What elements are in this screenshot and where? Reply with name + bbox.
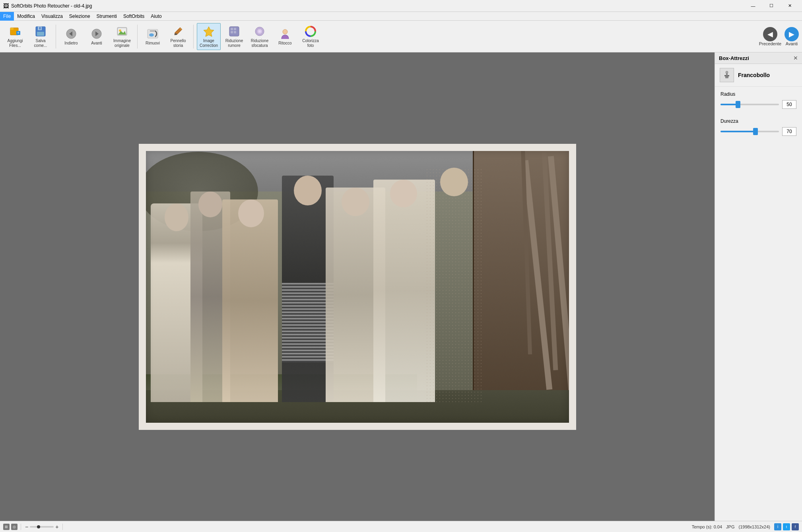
menu-modifica[interactable]: Modifica <box>14 12 38 21</box>
radius-slider-row: 50 <box>720 100 796 109</box>
blur-reduction-icon <box>253 25 266 38</box>
zoom-thumb[interactable] <box>37 525 40 528</box>
svg-text:+: + <box>17 31 19 35</box>
toolbar-riduzione-sfocatura-button[interactable]: Riduzionesfocatura <box>248 23 272 50</box>
toolbar-riduzione-rumore-button[interactable]: Riduzionerumore <box>222 23 246 50</box>
tools-panel: Box-Attrezzi ✕ Francobollo Radius <box>715 52 802 521</box>
riduzione-rumore-label: Riduzionerumore <box>225 39 243 48</box>
tools-header-label: Box-Attrezzi <box>719 55 749 61</box>
toolbar-pennello-button[interactable]: Pennellostoria <box>166 23 190 50</box>
riduzione-sfocatura-label: Riduzionesfocatura <box>251 39 268 48</box>
svg-rect-6 <box>37 32 44 36</box>
svg-point-17 <box>149 33 154 37</box>
svg-rect-23 <box>231 31 233 33</box>
radius-section: Radius 50 <box>715 87 802 114</box>
toolbar-separator-3 <box>193 25 194 48</box>
noise-reduction-icon <box>228 25 241 38</box>
image-correction-label: ImageCorrection <box>200 39 218 48</box>
immagine-label: Immagineoriginale <box>113 39 131 48</box>
svg-rect-7 <box>39 27 41 29</box>
menu-selezione[interactable]: Selezione <box>66 12 93 21</box>
salva-label: Salvacome... <box>34 39 47 48</box>
minimize-button[interactable]: — <box>744 0 762 12</box>
durezza-value[interactable]: 70 <box>782 127 796 136</box>
remove-icon <box>146 27 159 40</box>
photo-container <box>0 52 715 521</box>
colorize-icon <box>304 25 317 38</box>
zoom-minus[interactable]: − <box>24 524 29 530</box>
twitter-icon[interactable]: t <box>783 523 790 530</box>
prev-button[interactable]: ◀ <box>763 27 777 41</box>
stamp-icon <box>720 68 734 82</box>
status-icons: ⊞ ◎ <box>3 524 17 530</box>
durezza-thumb[interactable] <box>753 128 758 135</box>
titlebar: 🖼 SoftOrbits Photo Retoucher - old-4.jpg… <box>0 0 802 12</box>
app-icon: 🖼 <box>3 3 9 9</box>
zoom-plus[interactable]: + <box>54 524 59 530</box>
svg-rect-21 <box>231 28 233 30</box>
radius-track[interactable] <box>720 104 779 105</box>
status-icon-grid: ⊞ <box>3 524 10 530</box>
pennello-label: Pennellostoria <box>171 39 186 48</box>
menu-visualizza[interactable]: Visualizza <box>38 12 66 21</box>
facebook-icon[interactable]: f <box>792 523 799 530</box>
menu-softorbits[interactable]: SoftOrbits <box>120 12 148 21</box>
menu-aiuto[interactable]: Aiuto <box>148 12 165 21</box>
durezza-slider-row: 70 <box>720 127 796 136</box>
canvas-area[interactable] <box>0 52 715 521</box>
toolbar-separator-1 <box>56 25 56 48</box>
prev-nav-item: ◀ Precedente <box>759 27 781 46</box>
svg-rect-24 <box>234 31 236 33</box>
radius-thumb[interactable] <box>736 101 740 108</box>
history-brush-icon <box>172 25 184 38</box>
stamp-title: Francobollo <box>738 72 770 78</box>
svg-point-18 <box>175 33 177 35</box>
tempo-label: Tempo (s): 0.04 <box>692 524 722 529</box>
forward-icon <box>90 27 103 40</box>
toolbar-colorizza-button[interactable]: Colorizzafoto <box>299 23 322 50</box>
durezza-track[interactable] <box>720 131 779 132</box>
toolbar-ritocco-button[interactable]: Ritocco <box>273 23 297 50</box>
dimensions-label: (1998x1312x24) <box>738 524 770 529</box>
close-button[interactable]: ✕ <box>781 0 799 12</box>
menu-file[interactable]: File <box>0 12 14 21</box>
svg-point-33 <box>726 71 728 74</box>
toolbar-rimuovi-button[interactable]: Rimuovi <box>141 23 165 50</box>
next-button[interactable]: ▶ <box>785 27 799 41</box>
stamp-section: Francobollo <box>715 64 802 87</box>
tools-panel-header: Box-Attrezzi ✕ <box>715 52 802 64</box>
durezza-fill <box>720 131 755 132</box>
toolbar-salva-button[interactable]: Salvacome... <box>29 23 52 50</box>
status-right: Tempo (s): 0.04 JPG (1998x1312x24) i t f <box>692 523 799 530</box>
toolbar-indietro-button[interactable]: Indietro <box>59 23 83 50</box>
info-icon[interactable]: i <box>774 523 781 530</box>
toolbar-image-correction-button[interactable]: ImageCorrection <box>197 23 221 50</box>
toolbar-aggiungi-button[interactable]: + AggiungiFiles... <box>3 23 27 50</box>
add-files-icon: + <box>9 25 21 38</box>
status-sep-2 <box>62 524 63 530</box>
format-label: JPG <box>726 524 734 529</box>
window-title: SoftOrbits Photo Retoucher - old-4.jpg <box>11 3 744 9</box>
svg-rect-1 <box>10 28 14 30</box>
toolbar-avanti-button[interactable]: Avanti <box>85 23 109 50</box>
window-controls: — ☐ ✕ <box>744 0 799 12</box>
back-icon <box>65 27 78 40</box>
menu-strumenti[interactable]: Strumenti <box>93 12 120 21</box>
svg-point-28 <box>283 29 287 34</box>
toolbar-separator-2 <box>137 25 138 48</box>
main-area: Box-Attrezzi ✕ Francobollo Radius <box>0 52 802 521</box>
svg-rect-22 <box>234 28 236 30</box>
social-icons: i t f <box>774 523 799 530</box>
tools-close-button[interactable]: ✕ <box>793 55 798 61</box>
durezza-label: Durezza <box>720 118 796 124</box>
zoom-control: − + <box>24 524 59 530</box>
durezza-section: Durezza 70 <box>715 114 802 141</box>
status-sep-1 <box>21 524 21 530</box>
radius-value[interactable]: 50 <box>782 100 796 109</box>
radius-label: Radius <box>720 91 796 97</box>
toolbar-immagine-button[interactable]: Immagineoriginale <box>110 23 134 50</box>
aggiungi-label: AggiungiFiles... <box>8 39 23 48</box>
rimuovi-label: Rimuovi <box>146 41 160 46</box>
zoom-track[interactable] <box>30 526 54 528</box>
maximize-button[interactable]: ☐ <box>762 0 781 12</box>
